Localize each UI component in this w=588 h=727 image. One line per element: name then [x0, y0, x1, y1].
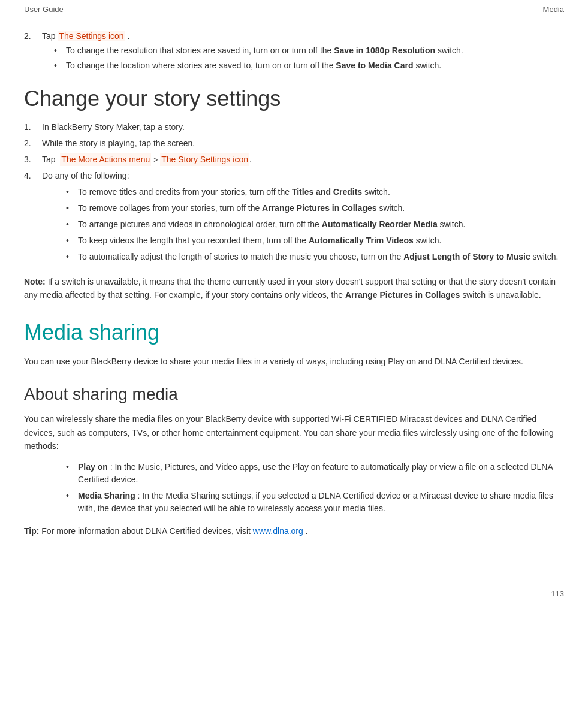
bullet-bold: Automatically Reorder Media — [322, 219, 438, 229]
step-text: While the story is playing, tap the scre… — [42, 137, 195, 150]
bullet-text-after: switch. — [377, 203, 405, 213]
page-content: 2. Tap The Settings icon . To change the… — [0, 19, 588, 572]
bullet-text-after: switch. — [362, 187, 390, 197]
bullet-bold: Media Sharing — [78, 491, 135, 500]
step-text-after: . — [249, 153, 252, 166]
step-num: 4. — [24, 170, 42, 182]
step-2: 2. While the story is playing, tap the s… — [24, 137, 564, 150]
intro-section: 2. Tap The Settings icon . To change the… — [24, 31, 564, 72]
bullet-text-before: To automatically adjust the length of st… — [78, 252, 403, 261]
list-item: Play on : In the Music, Pictures, and Vi… — [66, 461, 564, 486]
bullet-text-before: To keep videos the length that you recor… — [78, 236, 309, 245]
header-right: Media — [543, 5, 564, 14]
note-bold: Arrange Pictures in Collages — [345, 290, 460, 300]
bullet-text-after: switch. — [435, 46, 463, 55]
intro-step-text-before: Tap — [42, 31, 56, 41]
media-sharing-intro: You can use your BlackBerry device to sh… — [24, 355, 564, 368]
list-item: Media Sharing : In the Media Sharing set… — [66, 490, 564, 515]
bullet-text-after: switch. — [414, 236, 442, 245]
tip-text-after: . — [306, 526, 308, 536]
list-item: To keep videos the length that you recor… — [66, 234, 564, 247]
list-item: To arrange pictures and videos in chrono… — [66, 218, 564, 231]
page-number: 113 — [551, 589, 564, 598]
bullet-text: : In the Media Sharing settings, if you … — [78, 491, 553, 513]
change-story-steps: 1. In BlackBerry Story Maker, tap a stor… — [24, 121, 564, 182]
tip-text-before: For more information about DLNA Certifie… — [41, 526, 252, 536]
note-text-after: switch is unavailable. — [462, 290, 541, 300]
about-sharing-heading: About sharing media — [24, 385, 564, 404]
step-num: 1. — [24, 121, 42, 134]
list-item: To remove titles and credits from your s… — [66, 186, 564, 198]
note-label: Note: — [24, 277, 46, 286]
step-highlight2: The Story Settings icon — [160, 153, 249, 166]
change-story-bullets: To remove titles and credits from your s… — [66, 186, 564, 263]
step-1: 1. In BlackBerry Story Maker, tap a stor… — [24, 121, 564, 134]
about-sharing-para: You can wirelessly share the media files… — [24, 412, 564, 453]
bullet-text-after: switch. — [530, 252, 559, 261]
tip-block: Tip: For more information about DLNA Cer… — [24, 524, 564, 538]
intro-highlight: The Settings icon — [58, 31, 125, 41]
step-num: 2. — [24, 137, 42, 150]
step-4: 4. Do any of the following: — [24, 170, 564, 182]
header-left: User Guide — [24, 5, 64, 14]
about-bullets: Play on : In the Music, Pictures, and Vi… — [66, 461, 564, 515]
tip-label: Tip: — [24, 526, 39, 536]
bullet-text: : In the Music, Pictures, and Video apps… — [78, 462, 553, 484]
bullet-bold: Save in 1080p Resolution — [334, 46, 435, 55]
bullet-text-before: To change the location where stories are… — [66, 61, 336, 70]
intro-step-num: 2. — [24, 31, 42, 41]
step-arrow: > — [153, 155, 158, 165]
step-num: 3. — [24, 153, 42, 166]
bullet-text-before: To remove titles and credits from your s… — [78, 187, 292, 197]
bullet-text-after: switch. — [414, 61, 442, 70]
list-item: To automatically adjust the length of st… — [66, 251, 564, 263]
bullet-bold: Play on — [78, 462, 108, 472]
intro-step-text-after: . — [128, 31, 130, 41]
note-block: Note: If a switch is unavailable, it mea… — [24, 275, 564, 302]
page-footer: 113 — [0, 584, 588, 603]
bullet-bold: Arrange Pictures in Collages — [262, 203, 376, 213]
bullet-bold: Adjust Length of Story to Music — [403, 252, 530, 261]
bullet-bold: Titles and Credits — [292, 187, 362, 197]
list-item: To remove collages from your stories, tu… — [66, 202, 564, 215]
step-text: In BlackBerry Story Maker, tap a story. — [42, 121, 185, 134]
bullet-text-after: switch. — [438, 219, 466, 229]
dlna-link[interactable]: www.dlna.org — [253, 526, 303, 536]
step-highlight1: The More Actions menu — [60, 153, 151, 166]
intro-bullet-list: To change the resolution that stories ar… — [54, 44, 564, 72]
bullet-text-before: To change the resolution that stories ar… — [66, 46, 334, 55]
bullet-bold: Automatically Trim Videos — [309, 236, 414, 245]
media-sharing-heading: Media sharing — [24, 320, 564, 345]
list-item: To change the resolution that stories ar… — [54, 44, 564, 57]
step-3: 3. Tap The More Actions menu > The Story… — [24, 153, 564, 166]
change-story-heading: Change your story settings — [24, 86, 564, 111]
bullet-bold: Save to Media Card — [336, 61, 413, 70]
intro-step-line: 2. Tap The Settings icon . — [24, 31, 564, 41]
bullet-text-before: To arrange pictures and videos in chrono… — [78, 219, 322, 229]
step-text-before: Tap — [42, 153, 60, 166]
list-item: To change the location where stories are… — [54, 59, 564, 72]
step-text: Do any of the following: — [42, 170, 129, 182]
bullet-text-before: To remove collages from your stories, tu… — [78, 203, 262, 213]
page-header: User Guide Media — [0, 0, 588, 19]
